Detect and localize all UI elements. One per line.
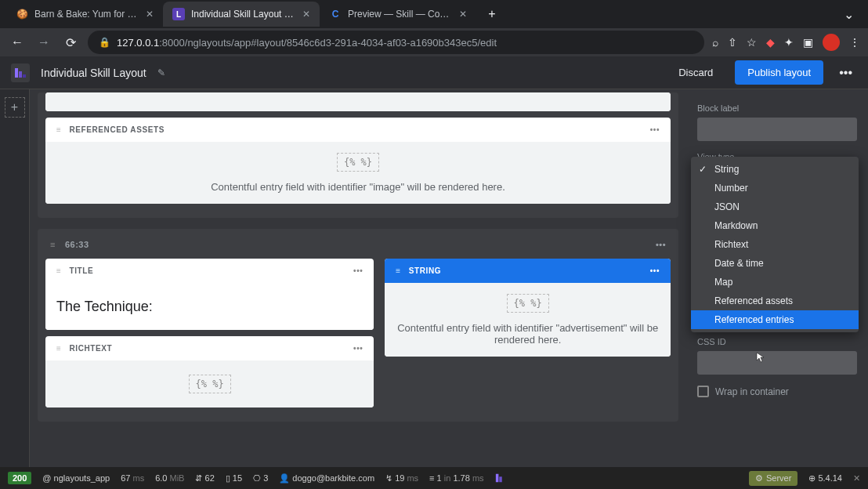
more-icon[interactable]: ••• [650, 125, 660, 134]
block-body: The Technique: [45, 283, 374, 330]
more-icon[interactable]: ••• [353, 344, 363, 353]
drag-handle-icon[interactable]: ≡ [56, 266, 61, 275]
app-logo[interactable] [11, 63, 30, 82]
svg-rect-0 [15, 68, 18, 78]
dropdown-option[interactable]: Number [691, 179, 859, 197]
sidebar: Block label View type CSS ID Wrap in con… [686, 89, 868, 467]
css-id-input[interactable] [697, 351, 857, 375]
db-metric[interactable]: ⇵ 62 [195, 473, 214, 484]
drag-handle-icon[interactable]: ≡ [50, 240, 56, 249]
browser-tab[interactable]: C Preview — Skill — Content Mod ✕ [320, 2, 476, 27]
layouts-icon[interactable] [495, 473, 506, 484]
tab-favicon: C [329, 8, 342, 20]
block-header-selected[interactable]: ≡ STRING ••• [385, 259, 671, 283]
dropdown-option[interactable]: Date & time [691, 254, 859, 273]
discard-button[interactable]: Discard [667, 60, 724, 85]
canvas[interactable]: ≡ REFERENCED ASSETS ••• {% %} Contentful… [30, 89, 686, 467]
tab-favicon: 🍪 [16, 8, 28, 20]
more-icon[interactable]: ••• [834, 66, 857, 80]
url-text: 127.0.0.1:8000/nglayouts/app#layout/8546… [117, 37, 497, 49]
placeholder-text: Contentful entry field with identifier "… [396, 322, 660, 346]
symfony-version[interactable]: ⊕ 5.4.14 [808, 473, 842, 484]
more-icon[interactable]: ••• [656, 240, 666, 249]
server-badge[interactable]: ⚙ Server [749, 471, 797, 486]
dropdown-option[interactable]: Referenced assets [691, 292, 859, 310]
block-body: {% %} Contentful entry field with identi… [45, 142, 671, 204]
block-body: {% %} [45, 360, 374, 408]
tab-title: Individual Skill Layout - Netge [191, 9, 296, 20]
route-name[interactable]: @ nglayouts_app [42, 473, 110, 483]
twig-placeholder-icon: {% %} [507, 294, 549, 313]
block-label-input[interactable] [697, 118, 857, 141]
menu-icon[interactable]: ⋮ [849, 36, 860, 49]
checkbox-label: Wrap in container [715, 386, 789, 397]
url-input[interactable]: 🔒 127.0.0.1:8000/nglayouts/app#layout/85… [88, 31, 704, 54]
query-metric[interactable]: ≡ 1 in 1.78 ms [429, 473, 483, 483]
address-bar: ← → ⟳ 🔒 127.0.0.1:8000/nglayouts/app#lay… [0, 28, 868, 56]
close-icon[interactable]: ✕ [146, 9, 154, 20]
new-tab-button[interactable]: + [481, 3, 503, 25]
block-label: STRING [409, 266, 441, 275]
view-type-dropdown[interactable]: String Number JSON Markdown Richtext Dat… [691, 157, 859, 332]
chevron-down-icon[interactable]: ⌄ [836, 7, 862, 22]
placeholder-text: Contentful entry field with identifier "… [211, 181, 505, 193]
left-rail: + [0, 89, 30, 467]
field-label: Block label [697, 103, 857, 113]
tab-favicon: L [172, 8, 185, 20]
close-icon[interactable]: ✕ [302, 9, 310, 20]
ajax-metric[interactable]: ↯ 19 ms [385, 473, 418, 484]
pencil-icon[interactable]: ✎ [157, 67, 165, 78]
twig-placeholder-icon: {% %} [189, 375, 231, 393]
publish-button[interactable]: Publish layout [735, 60, 823, 85]
memory-metric[interactable]: 6.0 MiB [155, 473, 184, 483]
dropdown-option-highlighted[interactable]: Referenced entries [691, 310, 859, 329]
twig-placeholder-icon: {% %} [337, 153, 379, 172]
block-label: RICHTEXT [69, 344, 112, 353]
block-header[interactable]: ≡ RICHTEXT ••• [45, 336, 374, 360]
twig-metric[interactable]: ⎔ 3 [253, 473, 268, 484]
page-title: Individual Skill Layout [41, 67, 146, 79]
search-icon[interactable]: ⌕ [712, 36, 718, 49]
share-icon[interactable]: ⇧ [728, 36, 737, 49]
browser-tab[interactable]: 🍪 Barn & Bake: Yum for your Pup ✕ [6, 2, 163, 27]
back-button[interactable]: ← [8, 33, 27, 52]
zone-header[interactable]: ≡ 66:33 ••• [45, 237, 671, 252]
drag-handle-icon[interactable]: ≡ [56, 125, 61, 134]
http-status[interactable]: 200 [8, 472, 31, 484]
block-label: REFERENCED ASSETS [69, 125, 165, 134]
more-icon[interactable]: ••• [650, 266, 660, 275]
block-header[interactable]: ≡ REFERENCED ASSETS ••• [45, 118, 671, 142]
extensions-icon[interactable]: ✦ [784, 36, 794, 49]
user-info[interactable]: 👤 doggo@barkbite.com [279, 473, 374, 484]
dropdown-option[interactable]: String [691, 160, 859, 179]
wrap-checkbox-row[interactable]: Wrap in container [697, 386, 857, 397]
browser-tab-active[interactable]: L Individual Skill Layout - Netge ✕ [163, 2, 320, 27]
block-label: TITLE [69, 266, 93, 275]
placeholder-text [45, 92, 671, 111]
tab-title: Preview — Skill — Content Mod [348, 9, 453, 20]
profile-avatar[interactable] [823, 34, 840, 51]
more-icon[interactable]: ••• [353, 266, 363, 275]
lock-icon: 🔒 [99, 37, 110, 48]
time-metric[interactable]: 67 ms [121, 473, 144, 483]
dropdown-option[interactable]: Markdown [691, 216, 859, 235]
add-block-button[interactable]: + [5, 97, 25, 118]
debug-bar: 200 @ nglayouts_app 67 ms 6.0 MiB ⇵ 62 ▯… [0, 467, 868, 489]
block-header[interactable]: ≡ TITLE ••• [45, 259, 374, 283]
close-icon[interactable]: ✕ [459, 9, 467, 20]
dropdown-option[interactable]: JSON [691, 197, 859, 216]
star-icon[interactable]: ☆ [747, 36, 757, 49]
drag-handle-icon[interactable]: ≡ [396, 266, 400, 275]
app-header: Individual Skill Layout ✎ Discard Publis… [0, 56, 868, 89]
dropdown-option[interactable]: Richtext [691, 235, 859, 254]
tab-title: Barn & Bake: Yum for your Pup [34, 9, 139, 20]
reload-button[interactable]: ⟳ [61, 33, 80, 52]
cache-metric[interactable]: ▯ 15 [226, 473, 242, 484]
close-icon[interactable]: ✕ [853, 473, 860, 484]
flame-icon[interactable]: ◆ [766, 36, 775, 49]
panel-icon[interactable]: ▣ [803, 36, 813, 49]
checkbox[interactable] [697, 386, 709, 397]
drag-handle-icon[interactable]: ≡ [56, 344, 61, 353]
dropdown-option[interactable]: Map [691, 273, 859, 292]
forward-button[interactable]: → [34, 33, 53, 52]
